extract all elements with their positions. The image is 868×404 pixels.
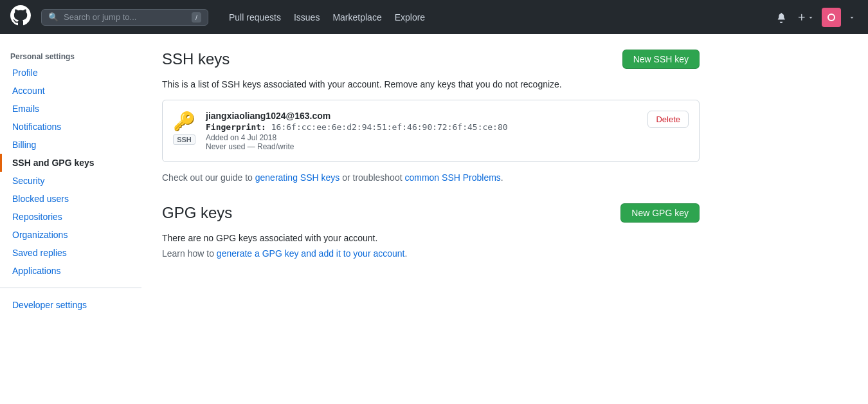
nav-marketplace[interactable]: Marketplace [327, 8, 386, 26]
key-usage: Never used — Read/write [206, 142, 637, 151]
ssh-section-header: SSH keys New SSH key [162, 50, 700, 69]
new-gpg-key-button[interactable]: New GPG key [620, 203, 700, 223]
search-box[interactable]: 🔍 Search or jump to... / [41, 9, 208, 26]
developer-settings-section: Developer settings [0, 296, 141, 314]
gpg-learn-pre: Learn how to [162, 248, 217, 259]
ssh-guide-text: Check out our guide to generating SSH ke… [162, 172, 700, 183]
sidebar-item-emails[interactable]: Emails [0, 100, 141, 118]
key-icon: 🔑 [173, 111, 195, 132]
new-ssh-key-button[interactable]: New SSH key [622, 50, 700, 69]
create-new-button[interactable] [795, 10, 817, 24]
key-icon-wrap: 🔑 SSH [173, 111, 195, 145]
sidebar-item-repositories[interactable]: Repositories [0, 208, 141, 226]
search-icon: 🔍 [48, 12, 59, 22]
key-fingerprint: Fingerprint: 16:6f:cc:ee:6e:d2:94:51:ef:… [206, 122, 637, 132]
gpg-learn-text: Learn how to generate a GPG key and add … [162, 248, 700, 259]
search-placeholder: Search or jump to... [64, 12, 136, 22]
main-nav: Pull requests Issues Marketplace Explore [224, 8, 430, 26]
key-info: jiangxiaoliang1024@163.com Fingerprint: … [206, 111, 637, 151]
ssh-section-title: SSH keys [162, 50, 230, 68]
nav-pull-requests[interactable]: Pull requests [224, 8, 286, 26]
sidebar-item-billing[interactable]: Billing [0, 136, 141, 154]
sidebar: Personal settings Profile Account Emails… [0, 34, 141, 404]
gpg-empty-text: There are no GPG keys associated with yo… [162, 233, 700, 243]
personal-settings-heading: Personal settings [0, 47, 141, 64]
gpg-section: GPG keys New GPG key There are no GPG ke… [162, 203, 700, 259]
gpg-learn-post: . [404, 248, 407, 259]
generating-ssh-keys-link[interactable]: generating SSH keys [255, 172, 340, 183]
ssh-description: This is a list of SSH keys associated wi… [162, 79, 700, 89]
sidebar-item-applications[interactable]: Applications [0, 262, 141, 280]
header-right [773, 8, 858, 27]
delete-ssh-key-button[interactable]: Delete [647, 111, 689, 128]
sidebar-item-profile[interactable]: Profile [0, 64, 141, 82]
sidebar-item-developer-settings[interactable]: Developer settings [0, 296, 141, 314]
fingerprint-value: 16:6f:cc:ee:6e:d2:94:51:ef:46:90:72:6f:4… [271, 122, 508, 132]
sidebar-divider [0, 288, 141, 288]
main-content: SSH keys New SSH key This is a list of S… [141, 34, 720, 404]
page-container: Personal settings Profile Account Emails… [0, 0, 868, 404]
nav-issues[interactable]: Issues [289, 8, 325, 26]
sidebar-item-saved-replies[interactable]: Saved replies [0, 244, 141, 262]
key-added: Added on 4 Jul 2018 [206, 133, 637, 142]
sidebar-item-ssh-gpg-keys[interactable]: SSH and GPG keys [0, 154, 141, 172]
personal-settings-section: Personal settings Profile Account Emails… [0, 47, 141, 280]
generate-gpg-key-link[interactable]: generate a GPG key and add it to your ac… [217, 248, 405, 259]
key-email: jiangxiaoliang1024@163.com [206, 111, 637, 121]
search-kbd: / [192, 12, 201, 23]
gpg-section-header: GPG keys New GPG key [162, 203, 700, 223]
notifications-button[interactable] [773, 9, 790, 26]
ssh-key-card: 🔑 SSH jiangxiaoliang1024@163.com Fingerp… [162, 100, 700, 162]
github-logo[interactable] [10, 5, 31, 30]
nav-explore[interactable]: Explore [390, 8, 430, 26]
sidebar-item-notifications[interactable]: Notifications [0, 118, 141, 136]
common-ssh-problems-link[interactable]: common SSH Problems [404, 172, 500, 183]
sidebar-item-security[interactable]: Security [0, 172, 141, 190]
key-type-label: SSH [173, 134, 195, 145]
guide-mid-text: or troubleshoot [339, 172, 404, 183]
sidebar-item-blocked-users[interactable]: Blocked users [0, 190, 141, 208]
guide-post-text: . [501, 172, 503, 183]
sidebar-item-organizations[interactable]: Organizations [0, 226, 141, 244]
top-navigation: 🔍 Search or jump to... / Pull requests I… [0, 0, 868, 34]
user-menu-button[interactable] [846, 12, 858, 23]
fingerprint-label: Fingerprint: [206, 122, 266, 132]
guide-pre-text: Check out our guide to [162, 172, 255, 183]
gpg-section-title: GPG keys [162, 204, 232, 222]
user-avatar-button[interactable] [822, 8, 841, 27]
sidebar-item-account[interactable]: Account [0, 82, 141, 100]
